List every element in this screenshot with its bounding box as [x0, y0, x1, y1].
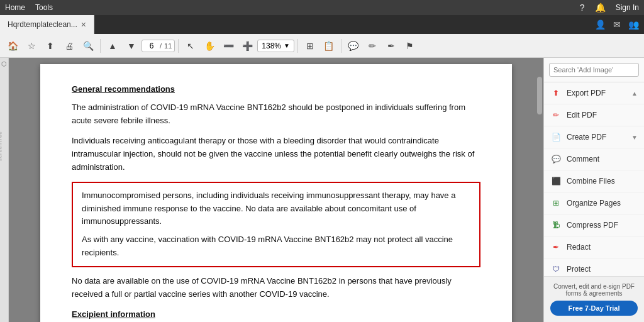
toolbar-sep-2: [178, 39, 179, 53]
zoom-select[interactable]: 138% ▼: [257, 40, 294, 52]
tab-close-button[interactable]: ×: [81, 20, 86, 29]
protect-label: Protect: [567, 265, 638, 274]
toolbar-sep-3: [297, 39, 298, 53]
pdf-para-2: Individuals receiving anticoagulant ther…: [72, 135, 480, 174]
organize-pages-icon: ⊞: [550, 197, 562, 209]
toolbar-cursor-btn[interactable]: ↖: [182, 37, 199, 55]
page-total: 11: [164, 42, 172, 50]
trial-button[interactable]: Free 7-Day Trial: [550, 301, 638, 316]
active-tab[interactable]: Hqrdtemplateclean... ×: [0, 15, 94, 34]
highlighted-para-1: Immunocompromised persons, including ind…: [82, 189, 470, 228]
create-pdf-chevron: ▼: [631, 134, 638, 141]
comment-label: Comment: [567, 155, 638, 164]
right-panel-items: ⬆ Export PDF ▲ ✏ Edit PDF 📄 Create PDF ▼…: [544, 82, 644, 276]
right-panel-search-area: [544, 58, 644, 82]
toolbar-highlight-btn[interactable]: ✏: [364, 37, 381, 55]
edit-pdf-label: Edit PDF: [567, 111, 638, 119]
pdf-para-3: No data are available on the use of COVI…: [72, 275, 480, 301]
combine-files-label: Combine Files: [567, 177, 638, 186]
toolbar-home-btn[interactable]: 🏠: [4, 37, 21, 55]
right-panel-footer: Convert, edit and e-sign PDF forms & agr…: [544, 276, 644, 322]
nav-home[interactable]: Home: [5, 3, 25, 12]
toolbar-prev-page-btn[interactable]: ▲: [104, 37, 121, 55]
compress-pdf-label: Compress PDF: [567, 221, 638, 230]
pdf-page: General recommendations The administrati…: [40, 64, 512, 322]
notifications-icon[interactable]: 🔔: [595, 3, 606, 13]
toolbar-stamp-btn[interactable]: ⚑: [401, 37, 419, 55]
toolbar-select-btn[interactable]: ⊞: [301, 37, 319, 55]
help-icon[interactable]: ?: [580, 3, 585, 13]
page-number-input[interactable]: [145, 42, 158, 50]
account-icon[interactable]: 👤: [595, 19, 606, 30]
panel-item-create-pdf[interactable]: 📄 Create PDF ▼: [544, 126, 644, 148]
panel-item-redact[interactable]: ✒ Redact: [544, 236, 644, 258]
panel-item-edit-pdf[interactable]: ✏ Edit PDF: [544, 104, 644, 126]
create-pdf-label: Create PDF: [567, 133, 626, 142]
add-image-search-input[interactable]: [549, 63, 639, 77]
watermark: screentree: [0, 131, 3, 161]
toolbar-markup-btn[interactable]: 📋: [320, 37, 338, 55]
toolbar-sep-4: [341, 39, 341, 53]
right-panel: ⬆ Export PDF ▲ ✏ Edit PDF 📄 Create PDF ▼…: [543, 58, 644, 322]
sign-in-button[interactable]: Sign In: [616, 3, 639, 12]
footer-text: Convert, edit and e-sign PDF forms & agr…: [553, 283, 635, 297]
create-pdf-icon: 📄: [550, 131, 562, 143]
highlighted-box: Immunocompromised persons, including ind…: [72, 182, 480, 267]
pdf-scrollbar[interactable]: [537, 77, 542, 114]
main-area: ⬡ General recommendations The administra…: [0, 58, 644, 322]
toolbar-pan-btn[interactable]: ✋: [201, 37, 218, 55]
toolbar-upload-btn[interactable]: ⬆: [42, 37, 59, 55]
toolbar-zoom-in-btn[interactable]: ➕: [238, 37, 256, 55]
top-nav: Home Tools ? 🔔 Sign In: [0, 0, 644, 15]
pdf-para-1: The administration of COVID-19 mRNA Vacc…: [72, 101, 480, 128]
comment-icon: 💬: [550, 153, 562, 165]
panel-item-protect[interactable]: 🛡 Protect: [544, 258, 644, 276]
panel-item-combine-files[interactable]: ⬛ Combine Files: [544, 170, 644, 192]
tab-bar: Hqrdtemplateclean... × 👤 ✉ 👥: [0, 15, 644, 34]
left-panel-icon: ⬡: [1, 60, 7, 67]
redact-label: Redact: [567, 243, 638, 252]
combine-files-icon: ⬛: [550, 175, 562, 187]
redact-icon: ✒: [550, 242, 562, 253]
edit-pdf-icon: ✏: [550, 109, 562, 121]
export-pdf-icon: ⬆: [550, 87, 562, 99]
toolbar-bookmark-btn[interactable]: ☆: [23, 37, 40, 55]
toolbar: 🏠 ☆ ⬆ 🖨 🔍 ▲ ▼ / 11 ↖ ✋ ➖ ➕ 138% ▼ ⊞ 📋 💬 …: [0, 34, 644, 58]
export-pdf-chevron: ▲: [631, 90, 638, 97]
toolbar-sep-1: [100, 39, 101, 53]
general-heading: General recommendations: [72, 83, 480, 96]
protect-icon: 🛡: [550, 264, 562, 275]
panel-item-comment[interactable]: 💬 Comment: [544, 148, 644, 170]
panel-item-export-pdf[interactable]: ⬆ Export PDF ▲: [544, 82, 644, 104]
highlighted-para-2: As with any vaccine, vaccination with CO…: [82, 233, 470, 260]
export-pdf-label: Export PDF: [567, 89, 626, 97]
excipient-heading: Excipient information: [72, 309, 155, 319]
toolbar-next-page-btn[interactable]: ▼: [123, 37, 140, 55]
organize-pages-label: Organize Pages: [567, 199, 638, 208]
panel-item-compress-pdf[interactable]: 🗜 Compress PDF: [544, 214, 644, 236]
toolbar-comment-btn[interactable]: 💬: [345, 37, 362, 55]
compress-pdf-icon: 🗜: [550, 219, 562, 231]
toolbar-print-btn[interactable]: 🖨: [60, 37, 78, 55]
toolbar-draw-btn[interactable]: ✒: [382, 37, 400, 55]
toolbar-zoom-out-btn[interactable]: ➖: [219, 37, 237, 55]
toolbar-search-btn[interactable]: 🔍: [79, 37, 97, 55]
tab-label: Hqrdtemplateclean...: [8, 20, 77, 29]
nav-tools[interactable]: Tools: [35, 3, 53, 12]
share-icon[interactable]: ✉: [613, 19, 621, 30]
left-panel: ⬡: [0, 58, 9, 322]
panel-item-organize-pages[interactable]: ⊞ Organize Pages: [544, 192, 644, 214]
pdf-viewer[interactable]: General recommendations The administrati…: [9, 58, 543, 322]
more-icon[interactable]: 👥: [628, 19, 639, 30]
toolbar-page-nav: / 11: [142, 40, 175, 52]
